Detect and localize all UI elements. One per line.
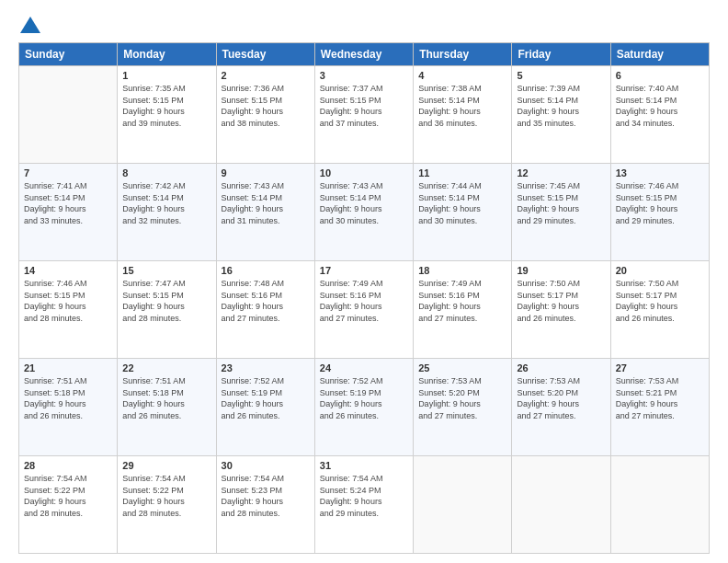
day-number: 1 bbox=[122, 70, 210, 81]
calendar-header-sunday: Sunday bbox=[19, 43, 118, 66]
calendar-week-1: 1Sunrise: 7:35 AMSunset: 5:15 PMDaylight… bbox=[19, 66, 710, 164]
calendar-cell: 30Sunrise: 7:54 AMSunset: 5:23 PMDayligh… bbox=[216, 456, 314, 554]
calendar-body: 1Sunrise: 7:35 AMSunset: 5:15 PMDaylight… bbox=[19, 66, 710, 554]
day-info: Sunrise: 7:49 AMSunset: 5:16 PMDaylight:… bbox=[418, 278, 506, 324]
calendar-cell: 6Sunrise: 7:40 AMSunset: 5:14 PMDaylight… bbox=[610, 66, 709, 164]
calendar-cell: 26Sunrise: 7:53 AMSunset: 5:20 PMDayligh… bbox=[512, 359, 610, 456]
calendar-cell: 18Sunrise: 7:49 AMSunset: 5:16 PMDayligh… bbox=[414, 261, 512, 359]
day-info: Sunrise: 7:52 AMSunset: 5:19 PMDaylight:… bbox=[222, 375, 310, 421]
day-info: Sunrise: 7:49 AMSunset: 5:16 PMDaylight:… bbox=[320, 278, 408, 324]
calendar-cell: 14Sunrise: 7:46 AMSunset: 5:15 PMDayligh… bbox=[19, 261, 118, 359]
calendar-week-5: 28Sunrise: 7:54 AMSunset: 5:22 PMDayligh… bbox=[19, 456, 710, 554]
calendar-cell: 25Sunrise: 7:53 AMSunset: 5:20 PMDayligh… bbox=[414, 359, 512, 456]
calendar-cell: 16Sunrise: 7:48 AMSunset: 5:16 PMDayligh… bbox=[216, 261, 314, 359]
day-number: 13 bbox=[616, 167, 704, 178]
day-info: Sunrise: 7:48 AMSunset: 5:16 PMDaylight:… bbox=[222, 278, 310, 324]
day-info: Sunrise: 7:35 AMSunset: 5:15 PMDaylight:… bbox=[122, 83, 210, 129]
day-info: Sunrise: 7:46 AMSunset: 5:15 PMDaylight:… bbox=[616, 180, 704, 226]
day-info: Sunrise: 7:44 AMSunset: 5:14 PMDaylight:… bbox=[418, 180, 506, 226]
day-info: Sunrise: 7:51 AMSunset: 5:18 PMDaylight:… bbox=[122, 375, 210, 421]
day-number: 17 bbox=[320, 265, 408, 276]
calendar-cell: 29Sunrise: 7:54 AMSunset: 5:22 PMDayligh… bbox=[118, 456, 216, 554]
day-info: Sunrise: 7:53 AMSunset: 5:20 PMDaylight:… bbox=[418, 375, 506, 421]
day-info: Sunrise: 7:36 AMSunset: 5:15 PMDaylight:… bbox=[222, 83, 310, 129]
day-info: Sunrise: 7:40 AMSunset: 5:14 PMDaylight:… bbox=[616, 83, 704, 129]
day-info: Sunrise: 7:43 AMSunset: 5:14 PMDaylight:… bbox=[320, 180, 408, 226]
calendar-cell bbox=[19, 66, 118, 164]
calendar-header-monday: Monday bbox=[118, 43, 216, 66]
day-number: 18 bbox=[418, 265, 506, 276]
day-number: 28 bbox=[24, 460, 112, 471]
calendar-cell: 7Sunrise: 7:41 AMSunset: 5:14 PMDaylight… bbox=[19, 164, 118, 261]
calendar-cell: 2Sunrise: 7:36 AMSunset: 5:15 PMDaylight… bbox=[216, 66, 314, 164]
day-number: 4 bbox=[418, 70, 506, 81]
calendar-week-3: 14Sunrise: 7:46 AMSunset: 5:15 PMDayligh… bbox=[19, 261, 710, 359]
day-number: 16 bbox=[222, 265, 310, 276]
calendar-cell: 17Sunrise: 7:49 AMSunset: 5:16 PMDayligh… bbox=[314, 261, 413, 359]
calendar-cell: 27Sunrise: 7:53 AMSunset: 5:21 PMDayligh… bbox=[610, 359, 709, 456]
day-info: Sunrise: 7:51 AMSunset: 5:18 PMDaylight:… bbox=[24, 375, 112, 421]
calendar-cell: 12Sunrise: 7:45 AMSunset: 5:15 PMDayligh… bbox=[512, 164, 610, 261]
day-number: 29 bbox=[122, 460, 210, 471]
day-info: Sunrise: 7:50 AMSunset: 5:17 PMDaylight:… bbox=[616, 278, 704, 324]
calendar-header-row: SundayMondayTuesdayWednesdayThursdayFrid… bbox=[19, 43, 710, 66]
day-number: 20 bbox=[616, 265, 704, 276]
day-number: 8 bbox=[122, 167, 210, 178]
day-number: 9 bbox=[222, 167, 310, 178]
calendar-week-2: 7Sunrise: 7:41 AMSunset: 5:14 PMDaylight… bbox=[19, 164, 710, 261]
calendar-header-friday: Friday bbox=[512, 43, 610, 66]
svg-marker-0 bbox=[20, 17, 40, 33]
calendar-header-wednesday: Wednesday bbox=[314, 43, 413, 66]
calendar-header-thursday: Thursday bbox=[414, 43, 512, 66]
calendar-cell: 24Sunrise: 7:52 AMSunset: 5:19 PMDayligh… bbox=[314, 359, 413, 456]
calendar-cell: 15Sunrise: 7:47 AMSunset: 5:15 PMDayligh… bbox=[118, 261, 216, 359]
calendar-cell: 28Sunrise: 7:54 AMSunset: 5:22 PMDayligh… bbox=[19, 456, 118, 554]
calendar-cell: 4Sunrise: 7:38 AMSunset: 5:14 PMDaylight… bbox=[414, 66, 512, 164]
day-number: 5 bbox=[517, 70, 605, 81]
day-number: 2 bbox=[222, 70, 310, 81]
day-info: Sunrise: 7:54 AMSunset: 5:23 PMDaylight:… bbox=[222, 473, 310, 519]
calendar-cell: 9Sunrise: 7:43 AMSunset: 5:14 PMDaylight… bbox=[216, 164, 314, 261]
day-info: Sunrise: 7:43 AMSunset: 5:14 PMDaylight:… bbox=[222, 180, 310, 226]
day-number: 6 bbox=[616, 70, 704, 81]
day-number: 21 bbox=[24, 362, 112, 373]
calendar-cell: 23Sunrise: 7:52 AMSunset: 5:19 PMDayligh… bbox=[216, 359, 314, 456]
day-number: 25 bbox=[418, 362, 506, 373]
day-number: 11 bbox=[418, 167, 506, 178]
calendar-cell: 31Sunrise: 7:54 AMSunset: 5:24 PMDayligh… bbox=[314, 456, 413, 554]
header bbox=[18, 17, 710, 33]
day-number: 24 bbox=[320, 362, 408, 373]
day-info: Sunrise: 7:37 AMSunset: 5:15 PMDaylight:… bbox=[320, 83, 408, 129]
day-info: Sunrise: 7:54 AMSunset: 5:22 PMDaylight:… bbox=[24, 473, 112, 519]
calendar-cell: 1Sunrise: 7:35 AMSunset: 5:15 PMDaylight… bbox=[118, 66, 216, 164]
day-info: Sunrise: 7:45 AMSunset: 5:15 PMDaylight:… bbox=[517, 180, 605, 226]
logo bbox=[18, 17, 40, 33]
day-info: Sunrise: 7:46 AMSunset: 5:15 PMDaylight:… bbox=[24, 278, 112, 324]
calendar-cell: 5Sunrise: 7:39 AMSunset: 5:14 PMDaylight… bbox=[512, 66, 610, 164]
day-info: Sunrise: 7:42 AMSunset: 5:14 PMDaylight:… bbox=[122, 180, 210, 226]
day-info: Sunrise: 7:54 AMSunset: 5:22 PMDaylight:… bbox=[122, 473, 210, 519]
calendar-cell: 22Sunrise: 7:51 AMSunset: 5:18 PMDayligh… bbox=[118, 359, 216, 456]
calendar-cell bbox=[414, 456, 512, 554]
day-number: 31 bbox=[320, 460, 408, 471]
logo-icon bbox=[20, 17, 40, 33]
day-info: Sunrise: 7:47 AMSunset: 5:15 PMDaylight:… bbox=[122, 278, 210, 324]
calendar-cell: 21Sunrise: 7:51 AMSunset: 5:18 PMDayligh… bbox=[19, 359, 118, 456]
day-info: Sunrise: 7:54 AMSunset: 5:24 PMDaylight:… bbox=[320, 473, 408, 519]
day-number: 12 bbox=[517, 167, 605, 178]
calendar-cell: 8Sunrise: 7:42 AMSunset: 5:14 PMDaylight… bbox=[118, 164, 216, 261]
day-number: 3 bbox=[320, 70, 408, 81]
day-number: 26 bbox=[517, 362, 605, 373]
calendar-cell: 3Sunrise: 7:37 AMSunset: 5:15 PMDaylight… bbox=[314, 66, 413, 164]
calendar-cell: 20Sunrise: 7:50 AMSunset: 5:17 PMDayligh… bbox=[610, 261, 709, 359]
day-number: 15 bbox=[122, 265, 210, 276]
calendar-cell bbox=[512, 456, 610, 554]
day-info: Sunrise: 7:53 AMSunset: 5:20 PMDaylight:… bbox=[517, 375, 605, 421]
day-info: Sunrise: 7:53 AMSunset: 5:21 PMDaylight:… bbox=[616, 375, 704, 421]
day-number: 22 bbox=[122, 362, 210, 373]
day-number: 7 bbox=[24, 167, 112, 178]
calendar-cell: 19Sunrise: 7:50 AMSunset: 5:17 PMDayligh… bbox=[512, 261, 610, 359]
calendar-cell: 10Sunrise: 7:43 AMSunset: 5:14 PMDayligh… bbox=[314, 164, 413, 261]
calendar-week-4: 21Sunrise: 7:51 AMSunset: 5:18 PMDayligh… bbox=[19, 359, 710, 456]
day-number: 27 bbox=[616, 362, 704, 373]
